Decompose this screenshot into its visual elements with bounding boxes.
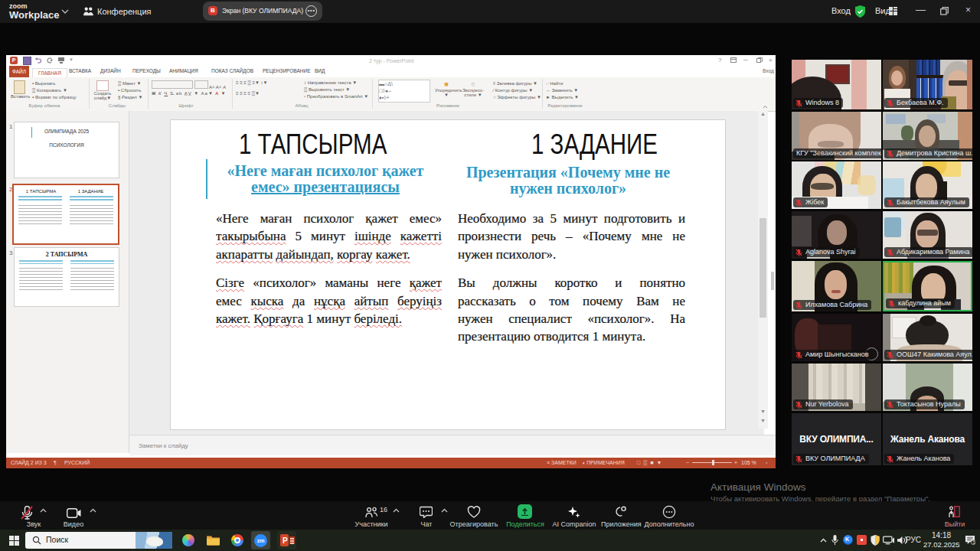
svg-text:1: 1 [972,540,975,545]
